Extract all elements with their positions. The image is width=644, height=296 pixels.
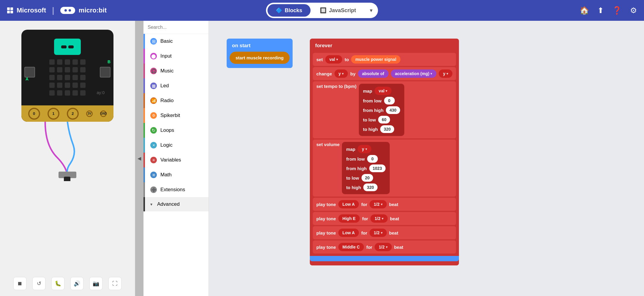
set-volume-row: set volume map y ▾ from low 0 (313, 140, 456, 197)
sidebar-item-variables[interactable]: ≡ Variables (143, 153, 209, 167)
tab-blocks[interactable]: 🔷 Blocks (267, 4, 310, 17)
beat-text-2: beat (390, 216, 399, 221)
to-high-value[interactable]: 320 (380, 125, 394, 133)
microsoft-text: Microsoft (17, 7, 46, 14)
vol-to-high-value[interactable]: 320 (363, 183, 377, 191)
forever-label: forever (310, 39, 459, 52)
tone-middle-c-pill[interactable]: Middle C (338, 243, 364, 251)
simulator-controls: ⏹ ↺ 🐛 🔊 📷 ⛶ (13, 277, 121, 290)
basic-icon: ⊞ (150, 38, 157, 45)
sidebar-item-loops[interactable]: ↻ Loops (143, 123, 209, 138)
stop-button[interactable]: ⏹ (13, 277, 26, 290)
start-recording-block[interactable]: start muscle recording (230, 52, 290, 64)
vol-to-high-label: to high (346, 185, 361, 190)
share-icon[interactable]: ⬆ (597, 6, 604, 15)
y-var-pill[interactable]: y ▾ (334, 69, 348, 78)
logic-icon: ✕ (150, 142, 157, 148)
debug-button[interactable]: 🐛 (51, 277, 64, 290)
vol-to-low-label: to low (346, 175, 359, 181)
sidebar-toggle[interactable]: ◀ (135, 21, 143, 296)
vol-from-low-label: from low (346, 156, 365, 162)
help-icon[interactable]: ❓ (612, 6, 622, 15)
pin-3v[interactable]: 3V (86, 110, 93, 117)
vol-to-low-row: to low 20 (346, 174, 385, 182)
pin-2[interactable]: 2 (67, 108, 79, 120)
fullscreen-button[interactable]: ⛶ (108, 277, 121, 290)
restart-button[interactable]: ↺ (32, 277, 45, 290)
y-var2-pill[interactable]: y ▾ (439, 69, 452, 78)
sidebar-item-spikerbit[interactable]: ⚙ Spikerbit (143, 108, 209, 123)
vol-from-low-value[interactable]: 0 (367, 155, 378, 163)
beat-3-pill[interactable]: 1/2 ▾ (370, 229, 386, 237)
for-text-3: for (361, 230, 367, 235)
pin-0[interactable]: 0 (28, 108, 40, 120)
search-input[interactable] (148, 25, 207, 30)
to-high-label: to high (363, 127, 378, 132)
button-b[interactable] (100, 67, 111, 77)
sidebar-item-math[interactable]: ⊞ Math (143, 167, 209, 182)
acceleration-pill[interactable]: acceleration (mg) ▾ (391, 69, 437, 78)
for-text-2: for (362, 216, 368, 221)
vol-to-high-row: to high 320 (346, 183, 385, 191)
from-low-label: from low (363, 98, 382, 103)
to-low-value[interactable]: 60 (378, 116, 390, 124)
beat-2-pill[interactable]: 1/2 ▾ (370, 214, 387, 223)
tone-low-a2-pill[interactable]: Low A (338, 229, 359, 237)
sidebar-item-music[interactable]: 🎧 Music (143, 64, 209, 78)
sidebar-item-input[interactable]: ⬤ Input (143, 49, 209, 64)
to-low-row: to low 60 (363, 116, 400, 124)
on-start-block[interactable]: on start start muscle recording (227, 39, 293, 68)
play-tone-4-row: play tone Middle C for 1/2 ▾ beat (313, 240, 456, 254)
beat-4-pill[interactable]: 1/2 ▾ (375, 243, 392, 251)
absolute-of-pill[interactable]: absolute of (358, 69, 389, 78)
sidebar-item-radio[interactable]: 📶 Radio (143, 93, 209, 108)
logic-label: Logic (160, 142, 173, 148)
pin-1[interactable]: 1 (48, 108, 59, 120)
screen-display (61, 45, 74, 48)
sidebar-item-led[interactable]: ▦ Led (143, 78, 209, 93)
label-b: B (108, 59, 111, 64)
sidebar-item-basic[interactable]: ⊞ Basic (143, 34, 209, 49)
radio-icon: 📶 (150, 97, 157, 104)
settings-icon[interactable]: ⚙ (630, 6, 637, 15)
vol-from-high-value[interactable]: 1023 (369, 164, 386, 172)
microbit-brand-icon (60, 7, 75, 14)
beat-1-pill[interactable]: 1/2 ▾ (370, 200, 386, 208)
forever-block[interactable]: forever set val ▾ to muscle power signal… (310, 39, 459, 265)
microbit-device: A B ay:0 0 1 2 3V GND (21, 30, 113, 122)
js-icon: 🔲 (320, 7, 326, 14)
javascript-label: JavaScript (329, 7, 356, 14)
muscle-power-signal-pill[interactable]: muscle power signal (351, 55, 400, 64)
from-low-value[interactable]: 0 (384, 97, 395, 105)
microbit-text: micro:bit (79, 7, 107, 14)
sidebar-item-advanced[interactable]: ▾ Advanced (143, 197, 209, 211)
pin-gnd[interactable]: GND (100, 110, 107, 117)
tab-javascript[interactable]: 🔲 JavaScript (312, 4, 364, 17)
map-y-pill[interactable]: y ▾ (358, 145, 371, 153)
tone-low-a-pill[interactable]: Low A (338, 200, 359, 208)
button-a[interactable] (24, 67, 35, 77)
to-low-label: to low (363, 117, 376, 122)
beat-text-1: beat (389, 202, 398, 207)
search-bar: 🔍 (143, 21, 209, 34)
change-text: change (316, 71, 332, 76)
home-icon[interactable]: 🏠 (580, 6, 589, 15)
basic-label: Basic (160, 38, 173, 44)
by-text: by (350, 71, 356, 76)
vol-from-high-row: from high 1023 (346, 164, 385, 172)
screenshot-button[interactable]: 📷 (89, 277, 102, 290)
map-val-pill[interactable]: val ▾ (375, 87, 392, 95)
sidebar-item-extensions[interactable]: ➕ Extensions (143, 182, 209, 197)
led-icon: ▦ (150, 83, 157, 89)
vol-to-low-value[interactable]: 20 (362, 174, 373, 182)
tab-dropdown[interactable]: ▾ (366, 4, 377, 17)
for-text-4: for (366, 245, 372, 250)
play-tone-1-text: play tone (316, 202, 336, 207)
to-high-row: to high 320 (363, 125, 400, 133)
val-var-pill[interactable]: val ▾ (325, 55, 342, 64)
tone-high-e-pill[interactable]: High E (338, 214, 360, 223)
from-high-value[interactable]: 430 (386, 106, 400, 114)
sidebar-item-logic[interactable]: ✕ Logic (143, 138, 209, 153)
sound-button[interactable]: 🔊 (70, 277, 83, 290)
led-label: Led (160, 83, 169, 89)
